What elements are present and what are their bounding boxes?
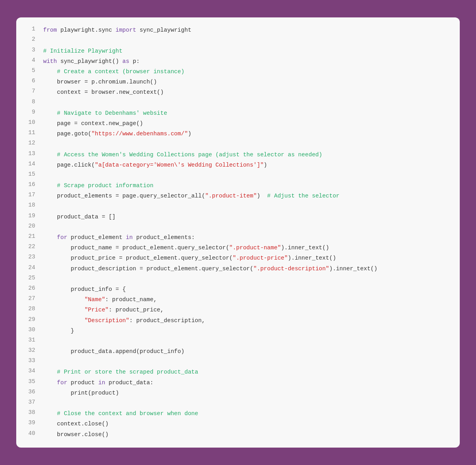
line-number: 27 [20, 295, 43, 305]
line-number: 3 [20, 46, 43, 56]
code-line: 4with sync_playwright() as p: [20, 56, 452, 66]
code-token: # Print or store the scraped product_dat… [57, 369, 198, 375]
code-line: 8 [20, 98, 452, 108]
code-token [43, 234, 57, 241]
code-block: 1from playwright.sync import sync_playwr… [20, 25, 452, 440]
code-token: product_data: [105, 380, 154, 386]
code-token: ).inner_text() [329, 266, 377, 272]
line-number: 12 [20, 139, 43, 150]
code-token: page.goto( [43, 131, 91, 137]
line-number: 4 [20, 56, 43, 66]
line-number: 22 [20, 243, 43, 253]
code-token [43, 317, 84, 324]
code-token: print(product) [43, 390, 119, 396]
code-token: import [116, 27, 136, 33]
line-content [43, 274, 452, 284]
code-token: # Close the context and browser when don… [57, 410, 198, 417]
code-token: # Create a context (browser instance) [57, 68, 185, 75]
code-token: browser = p.chromium.launch() [43, 79, 157, 85]
code-token: context = browser.new_context() [43, 89, 164, 95]
code-token: product_elements = page.query_selector_a… [43, 193, 205, 199]
line-number: 26 [20, 284, 43, 294]
line-number: 9 [20, 108, 43, 118]
line-content [43, 139, 452, 150]
code-line: 32 product_data.append(product_info) [20, 347, 452, 357]
code-token: product_element [67, 234, 126, 241]
line-content: "Price": product_price, [43, 305, 452, 315]
line-content: context.close() [43, 419, 452, 429]
code-token [43, 182, 57, 189]
line-content [43, 336, 452, 346]
line-content: product_name = product_element.query_sel… [43, 243, 452, 253]
line-number: 35 [20, 378, 43, 388]
code-line: 3# Initialize Playwright [20, 46, 452, 56]
code-token: } [43, 328, 74, 334]
line-number: 2 [20, 36, 43, 46]
line-number: 24 [20, 264, 43, 274]
code-line: 39 context.close() [20, 419, 452, 429]
code-token: # Adjust the selector [267, 193, 340, 199]
line-number: 5 [20, 67, 43, 77]
code-token: in [126, 234, 133, 241]
line-content [43, 222, 452, 232]
code-line: 21 for product_element in product_elemen… [20, 233, 452, 243]
line-content: product_price = product_element.query_se… [43, 253, 452, 264]
code-token [43, 410, 57, 417]
code-line: 20 [20, 222, 452, 232]
code-line: 25 [20, 274, 452, 284]
line-content: page.goto("https://www.debenhams.com/") [43, 129, 452, 139]
code-token [43, 68, 57, 75]
code-token [43, 380, 57, 386]
code-token: as [122, 58, 129, 65]
code-line: 17 product_elements = page.query_selecto… [20, 191, 452, 201]
code-line: 5 # Create a context (browser instance) [20, 67, 452, 77]
code-line: 30 } [20, 326, 452, 336]
code-token: product_price = product_element.query_se… [43, 255, 233, 261]
code-token: for [57, 234, 67, 241]
line-number: 40 [20, 429, 43, 440]
code-token: "Name" [84, 296, 105, 303]
line-content [43, 98, 452, 108]
code-line: 10 page = context.new_page() [20, 118, 452, 129]
code-line: 33 [20, 357, 452, 367]
line-number: 34 [20, 367, 43, 378]
code-token: # Access the Women's Wedding Collections… [57, 152, 322, 158]
line-content: browser = p.chromium.launch() [43, 77, 452, 87]
line-content: product_info = { [43, 284, 452, 294]
code-token: "https://www.debenhams.com/" [91, 131, 188, 137]
line-content: with sync_playwright() as p: [43, 56, 452, 66]
line-number: 33 [20, 357, 43, 367]
code-line: 19 product_data = [] [20, 212, 452, 222]
code-token: product_elements: [133, 234, 195, 241]
code-line: 14 page.click("a[data-category='Women\'s… [20, 160, 452, 170]
code-token: in [98, 380, 105, 386]
code-line: 12 [20, 139, 452, 150]
code-token: browser.close() [43, 431, 109, 438]
line-content: # Navigate to Debenhams' website [43, 108, 452, 118]
line-number: 25 [20, 274, 43, 284]
code-line: 35 for product in product_data: [20, 378, 452, 388]
code-line: 15 [20, 170, 452, 180]
line-number: 7 [20, 87, 43, 98]
code-line: 27 "Name": product_name, [20, 295, 452, 305]
line-number: 10 [20, 118, 43, 129]
line-content: product_data = [] [43, 212, 452, 222]
code-line: 11 page.goto("https://www.debenhams.com/… [20, 129, 452, 139]
line-number: 36 [20, 388, 43, 398]
code-editor: 1from playwright.sync import sync_playwr… [16, 17, 460, 448]
code-token [43, 307, 84, 313]
code-token [43, 369, 57, 375]
line-content [43, 399, 452, 409]
line-content: "Description": product_description, [43, 315, 452, 326]
code-line: 18 [20, 201, 452, 212]
line-content: } [43, 326, 452, 336]
code-token: for [57, 380, 67, 386]
code-line: 6 browser = p.chromium.launch() [20, 77, 452, 87]
code-line: 29 "Description": product_description, [20, 315, 452, 326]
code-token: from [43, 27, 57, 33]
line-number: 32 [20, 347, 43, 357]
line-number: 18 [20, 201, 43, 212]
code-token: context.close() [43, 421, 109, 427]
line-content: # Access the Women's Wedding Collections… [43, 150, 452, 160]
code-token: page = context.new_page() [43, 120, 143, 127]
